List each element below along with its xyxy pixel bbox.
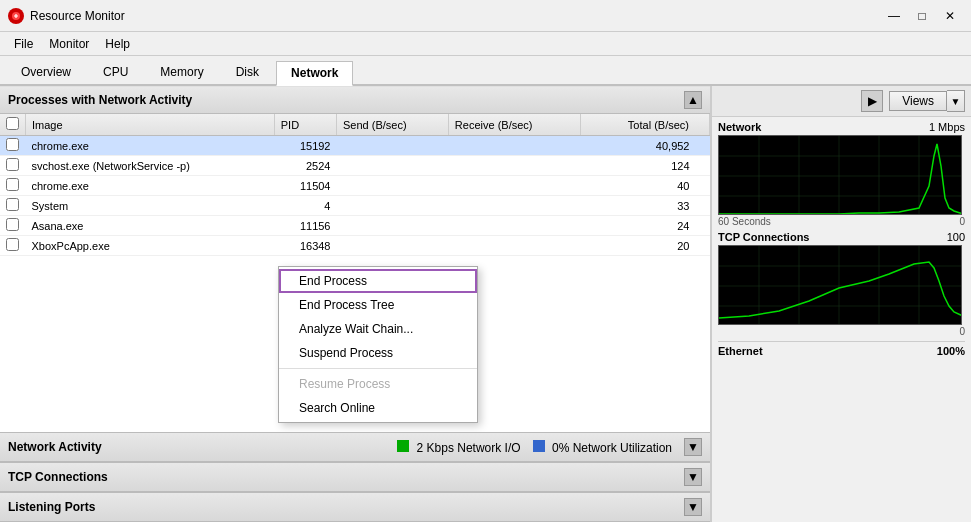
network-activity-info: 2 Kbps Network I/O 0% Network Utilizatio…: [397, 438, 702, 456]
right-panel-toolbar: ▶ Views ▼: [712, 86, 971, 117]
minimize-button[interactable]: —: [881, 6, 907, 26]
tab-network[interactable]: Network: [276, 61, 353, 86]
maximize-button[interactable]: □: [909, 6, 935, 26]
tcp-connections-toggle[interactable]: ▼: [684, 468, 702, 486]
row-pid: 2524: [274, 156, 336, 176]
row-pid: 4: [274, 196, 336, 216]
context-menu-item-end-process-tree[interactable]: End Process Tree: [279, 293, 477, 317]
row-image: System: [26, 196, 275, 216]
row-send: [336, 176, 448, 196]
process-table[interactable]: Image PID Send (B/sec) Receive (B/sec) T…: [0, 114, 710, 432]
window-controls: — □ ✕: [881, 6, 963, 26]
app-title: Resource Monitor: [30, 9, 881, 23]
processes-table: Image PID Send (B/sec) Receive (B/sec) T…: [0, 114, 710, 256]
context-menu-item-search-online[interactable]: Search Online: [279, 396, 477, 420]
right-panel: ▶ Views ▼ Network 1 Mbps: [711, 86, 971, 522]
tcp-graph-section: TCP Connections 100: [718, 231, 965, 337]
row-checkbox[interactable]: [0, 236, 26, 256]
ethernet-name: Ethernet: [718, 345, 763, 357]
context-menu-item-suspend-process[interactable]: Suspend Process: [279, 341, 477, 365]
menu-monitor[interactable]: Monitor: [41, 35, 97, 53]
row-send: [336, 156, 448, 176]
processes-section-toggle[interactable]: ▲: [684, 91, 702, 109]
col-send[interactable]: Send (B/sec): [336, 114, 448, 136]
network-graph-value: 1 Mbps: [929, 121, 965, 133]
row-image: XboxPcApp.exe: [26, 236, 275, 256]
green-badge: [397, 440, 409, 452]
row-checkbox[interactable]: [0, 136, 26, 156]
tcp-graph-zero: 0: [959, 326, 965, 337]
select-all-checkbox[interactable]: [6, 117, 19, 130]
tcp-graph-value: 100: [947, 231, 965, 243]
network-activity-title: Network Activity: [8, 440, 102, 454]
tcp-graph-header: TCP Connections 100: [718, 231, 965, 243]
network-graph-header: Network 1 Mbps: [718, 121, 965, 133]
table-row[interactable]: XboxPcApp.exe 16348 20: [0, 236, 710, 256]
col-pid[interactable]: PID: [274, 114, 336, 136]
graph-container: Network 1 Mbps: [712, 117, 971, 522]
row-send: [336, 236, 448, 256]
tcp-graph-canvas: [718, 245, 962, 325]
row-checkbox[interactable]: [0, 196, 26, 216]
context-menu-item-resume-process: Resume Process: [279, 372, 477, 396]
listening-ports-title: Listening Ports: [8, 500, 95, 514]
tab-disk[interactable]: Disk: [221, 60, 274, 84]
row-pid: 11156: [274, 216, 336, 236]
row-total: 124: [581, 156, 710, 176]
row-checkbox[interactable]: [0, 176, 26, 196]
menu-file[interactable]: File: [6, 35, 41, 53]
app-icon: [8, 8, 24, 24]
table-row[interactable]: chrome.exe 11504 40: [0, 176, 710, 196]
network-graph-canvas: [718, 135, 962, 215]
row-send: [336, 216, 448, 236]
menu-help[interactable]: Help: [97, 35, 138, 53]
tcp-graph-footer: 0: [718, 326, 965, 337]
row-total: 40,952: [581, 136, 710, 156]
col-image[interactable]: Image: [26, 114, 275, 136]
close-button[interactable]: ✕: [937, 6, 963, 26]
context-menu-item-analyze-wait-chain...[interactable]: Analyze Wait Chain...: [279, 317, 477, 341]
col-total[interactable]: Total (B/sec): [581, 114, 710, 136]
col-receive[interactable]: Receive (B/sec): [448, 114, 580, 136]
network-activity-section: Network Activity 2 Kbps Network I/O 0% N…: [0, 432, 710, 462]
left-panel: Processes with Network Activity ▲ Image …: [0, 86, 711, 522]
tab-cpu[interactable]: CPU: [88, 60, 143, 84]
row-checkbox[interactable]: [0, 216, 26, 236]
context-menu-item-end-process[interactable]: End Process: [279, 269, 477, 293]
context-menu: End ProcessEnd Process TreeAnalyze Wait …: [278, 266, 478, 423]
tcp-connections-section: TCP Connections ▼: [0, 462, 710, 492]
table-row[interactable]: System 4 33: [0, 196, 710, 216]
table-row[interactable]: svchost.exe (NetworkService -p) 2524 124: [0, 156, 710, 176]
views-button[interactable]: Views: [889, 91, 947, 111]
title-bar: Resource Monitor — □ ✕: [0, 0, 971, 32]
tab-memory[interactable]: Memory: [145, 60, 218, 84]
ethernet-label: Ethernet 100%: [718, 341, 965, 357]
processes-section-header: Processes with Network Activity ▲: [0, 86, 710, 114]
network-util-badge: 0% Network Utilization: [533, 440, 672, 455]
col-checkbox: [0, 114, 26, 136]
processes-section-title: Processes with Network Activity: [8, 93, 192, 107]
ethernet-value: 100%: [937, 345, 965, 357]
listening-ports-toggle[interactable]: ▼: [684, 498, 702, 516]
row-total: 40: [581, 176, 710, 196]
row-receive: [448, 216, 580, 236]
network-io-badge: 2 Kbps Network I/O: [397, 440, 520, 455]
row-image: chrome.exe: [26, 136, 275, 156]
row-image: chrome.exe: [26, 176, 275, 196]
network-io-label: 2 Kbps Network I/O: [417, 441, 521, 455]
row-receive: [448, 136, 580, 156]
views-dropdown[interactable]: ▼: [947, 90, 965, 112]
tab-bar: Overview CPU Memory Disk Network: [0, 56, 971, 86]
row-total: 33: [581, 196, 710, 216]
network-activity-toggle[interactable]: ▼: [684, 438, 702, 456]
expand-button[interactable]: ▶: [861, 90, 883, 112]
network-graph-title: Network: [718, 121, 761, 133]
row-checkbox[interactable]: [0, 156, 26, 176]
network-graph-footer: 60 Seconds 0: [718, 216, 965, 227]
table-row[interactable]: chrome.exe 15192 40,952: [0, 136, 710, 156]
table-row[interactable]: Asana.exe 11156 24: [0, 216, 710, 236]
tcp-graph-title: TCP Connections: [718, 231, 809, 243]
row-receive: [448, 196, 580, 216]
network-graph-section: Network 1 Mbps: [718, 121, 965, 227]
tab-overview[interactable]: Overview: [6, 60, 86, 84]
